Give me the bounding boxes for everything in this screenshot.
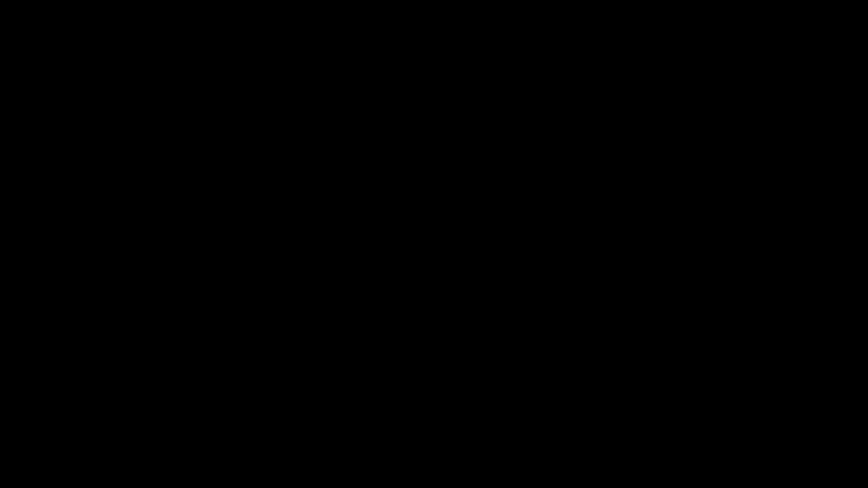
screenshot-grid xyxy=(0,0,868,488)
